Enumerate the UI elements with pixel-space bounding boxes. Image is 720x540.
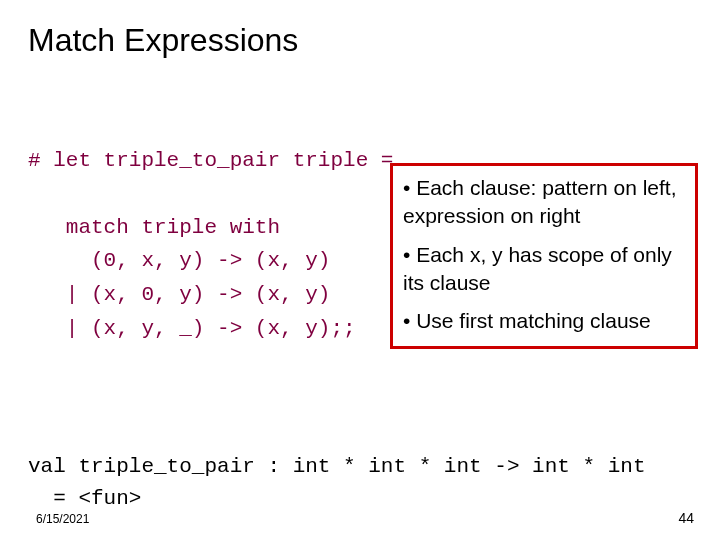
code-line-2: match triple with <box>28 216 280 239</box>
callout-bullet-2: • Each x, y has scope of only its clause <box>403 241 685 298</box>
code-line-3: (0, x, y) -> (x, y) <box>28 249 330 272</box>
callout-bullet-1: • Each clause: pattern on left, expressi… <box>403 174 685 231</box>
val-output: val triple_to_pair : int * int * int -> … <box>28 418 646 516</box>
slide-title: Match Expressions <box>28 22 298 59</box>
callout-bullet-3: • Use first matching clause <box>403 307 685 335</box>
footer-page-number: 44 <box>678 510 694 526</box>
val-line-2: = <fun> <box>28 487 141 510</box>
code-line-5: | (x, y, _) -> (x, y);; <box>28 317 356 340</box>
code-line-4: | (x, 0, y) -> (x, y) <box>28 283 330 306</box>
code-line-1: # let triple_to_pair triple = <box>28 149 393 172</box>
val-line-1: val triple_to_pair : int * int * int -> … <box>28 455 646 478</box>
code-block: # let triple_to_pair triple = match trip… <box>28 110 393 345</box>
footer-date: 6/15/2021 <box>36 512 89 526</box>
callout-box: • Each clause: pattern on left, expressi… <box>390 163 698 349</box>
